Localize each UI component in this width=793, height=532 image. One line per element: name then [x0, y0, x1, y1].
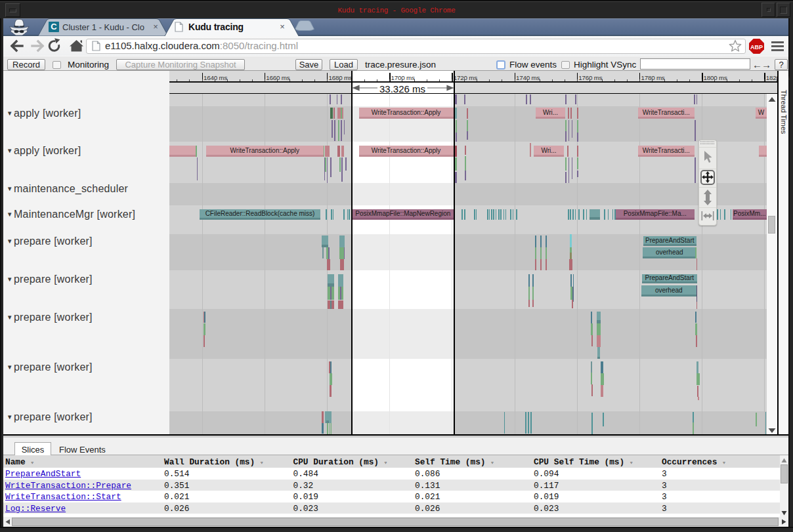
svg-text:ABP: ABP — [750, 44, 763, 51]
